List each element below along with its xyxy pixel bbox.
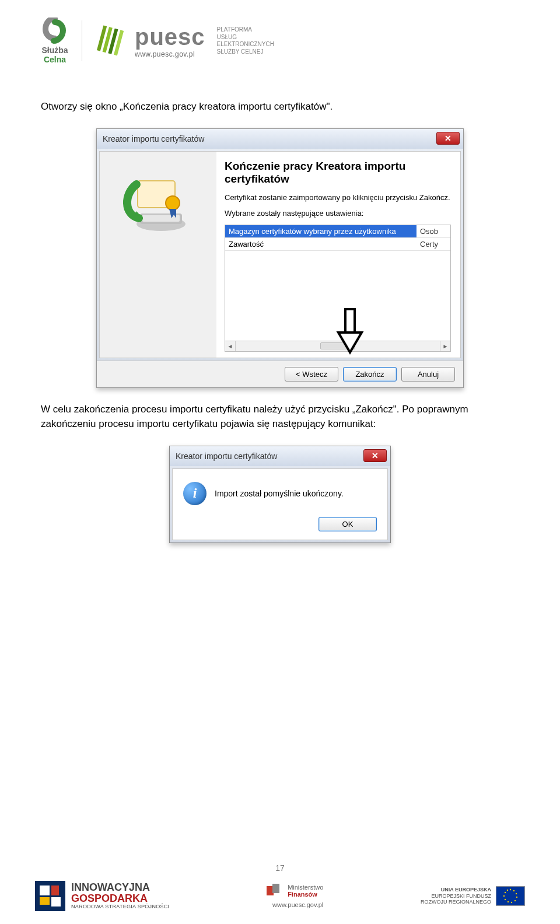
innowacyjna-gospodarka-logo: INNOWACYJNA GOSPODARKA NARODOWA STRATEGI… — [35, 881, 169, 911]
svg-point-15 — [516, 897, 517, 898]
certificate-wizard-icon — [120, 160, 196, 236]
wizard-text-2: Wybrane zostały następujące ustawienia: — [225, 208, 451, 219]
puesc-url-text: www.puesc.gov.pl — [135, 50, 205, 58]
sluzba-label-2: Celna — [44, 55, 66, 64]
sluzba-label-1: Służba — [41, 46, 68, 55]
message-close-button[interactable]: ✕ — [363, 449, 387, 462]
finish-button[interactable]: Zakończ — [343, 367, 397, 382]
svg-point-19 — [505, 899, 506, 900]
settings-row-selected[interactable]: Magazyn certyfikatów wybrany przez użytk… — [225, 225, 450, 238]
wizard-left-panel — [100, 152, 216, 358]
cancel-button[interactable]: Anuluj — [401, 367, 455, 382]
sluzba-celna-icon — [41, 18, 69, 44]
svg-point-17 — [511, 902, 512, 903]
svg-point-8 — [166, 196, 180, 210]
message-titlebar: Kreator importu certyfikatów ✕ — [170, 446, 390, 466]
page-footer: 17 INNOWACYJNA GOSPODARKA NARODOWA STRAT… — [0, 863, 560, 911]
info-icon: i — [183, 482, 206, 505]
divider — [82, 20, 82, 61]
close-button[interactable]: ✕ — [436, 132, 460, 145]
svg-point-14 — [516, 893, 517, 894]
intro-paragraph: Otworzy się okno „Kończenia pracy kreato… — [41, 99, 519, 114]
message-dialog: Kreator importu certyfikatów ✕ i Import … — [169, 446, 391, 543]
scroll-left-icon[interactable]: ◄ — [225, 341, 236, 351]
svg-point-20 — [503, 895, 505, 897]
middle-paragraph: W celu zakończenia procesu importu certy… — [41, 402, 519, 432]
svg-point-16 — [514, 900, 516, 901]
svg-rect-6 — [142, 215, 180, 222]
mf-icon — [267, 884, 284, 898]
scroll-right-icon[interactable]: ► — [440, 341, 450, 351]
puesc-icon — [95, 24, 128, 57]
dialog-button-row: < Wstecz Zakończ Anuluj — [97, 360, 463, 387]
dialog-titlebar: Kreator importu certyfikatów ✕ — [97, 129, 463, 149]
platform-tagline: PLATFORMA USŁUG ELEKTRONICZNYCH SŁUŻBY C… — [217, 26, 274, 55]
ok-button[interactable]: OK — [318, 517, 377, 531]
svg-rect-9 — [345, 309, 355, 332]
footer-url: www.puesc.gov.pl — [267, 901, 323, 908]
svg-point-18 — [508, 901, 509, 902]
close-icon: ✕ — [372, 451, 379, 460]
svg-point-21 — [505, 892, 506, 893]
wizard-heading: Kończenie pracy Kreatora importu certyfi… — [225, 160, 451, 186]
svg-point-22 — [507, 890, 508, 891]
message-title: Kreator importu certyfikatów — [176, 452, 277, 461]
eu-flag-icon — [496, 886, 525, 906]
message-text: Import został pomyślnie ukończony. — [215, 489, 344, 498]
wizard-dialog: Kreator importu certyfikatów ✕ Ko — [96, 128, 464, 388]
arrow-down-hint-icon — [336, 308, 364, 355]
eu-logo: UNIA EUROPEJSKA EUROPEJSKI FUNDUSZ ROZWO… — [421, 886, 525, 906]
page-number: 17 — [35, 863, 525, 873]
wizard-text-1: Certyfikat zostanie zaimportowany po kli… — [225, 192, 451, 203]
puesc-brand-text: puesc — [135, 24, 205, 50]
close-icon: ✕ — [444, 134, 452, 143]
ig-icon — [35, 881, 65, 911]
dialog-title: Kreator importu certyfikatów — [103, 134, 204, 144]
ministry-block: Ministerstwo Finansów www.puesc.gov.pl — [267, 884, 323, 908]
sluzba-celna-logo: Służba Celna — [41, 18, 69, 64]
header-logos: Służba Celna puesc www.puesc.gov.pl PLAT… — [41, 18, 519, 64]
settings-row[interactable]: Zawartość Certy — [225, 237, 450, 250]
back-button[interactable]: < Wstecz — [285, 367, 338, 382]
svg-point-13 — [513, 890, 514, 891]
svg-point-23 — [510, 889, 511, 890]
svg-rect-11 — [272, 884, 279, 893]
puesc-logo: puesc www.puesc.gov.pl PLATFORMA USŁUG E… — [95, 24, 274, 58]
